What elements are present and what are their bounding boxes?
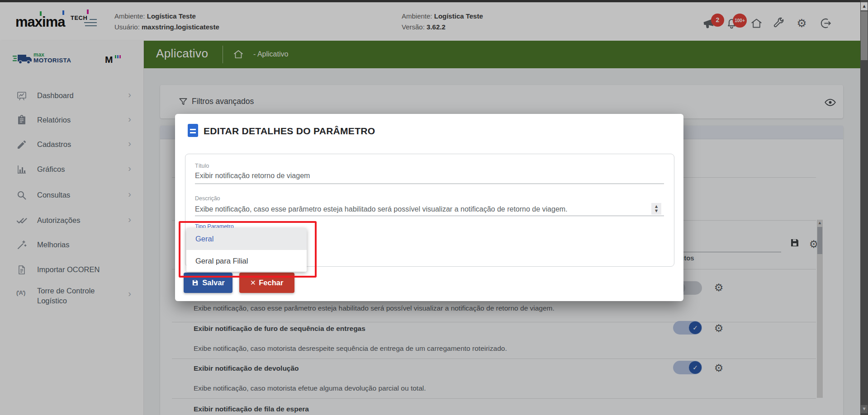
- edit-parameter-modal: EDITAR DETALHES DO PARÂMETRO Título Exib…: [175, 114, 683, 301]
- spinner-down-icon[interactable]: ▼: [651, 209, 661, 213]
- descricao-field-underline: [195, 216, 664, 216]
- close-x-icon: ×: [251, 278, 256, 288]
- descricao-field-value[interactable]: Exibe notificação, caso esse parâmetro e…: [195, 205, 568, 213]
- dropdown-option-geral-para-filial[interactable]: Geral para Filial: [186, 250, 307, 272]
- titulo-label: Título: [195, 163, 209, 169]
- salvar-button[interactable]: Salvar: [184, 273, 232, 293]
- titulo-field-underline: [195, 184, 664, 184]
- scrollbar-thumb[interactable]: [861, 11, 868, 60]
- descricao-spinner[interactable]: ▲ ▼: [651, 203, 661, 215]
- modal-document-icon: [188, 124, 198, 137]
- app-screen: maximaTECH Ambiente: Logística Teste Usu…: [0, 0, 868, 415]
- spinner-up-icon[interactable]: ▲: [651, 204, 661, 209]
- salvar-button-label: Salvar: [202, 278, 225, 287]
- fechar-button[interactable]: × Fechar: [239, 273, 294, 293]
- scroll-up-arrow[interactable]: ▲: [861, 2, 868, 10]
- modal-title: EDITAR DETALHES DO PARÂMETRO: [204, 126, 375, 137]
- page-scrollbar[interactable]: ▲ ▼: [860, 0, 868, 415]
- tipo-parametro-dropdown: Geral Geral para Filial: [186, 228, 307, 272]
- dropdown-option-geral[interactable]: Geral: [186, 228, 307, 250]
- scroll-down-arrow[interactable]: ▼: [861, 405, 868, 413]
- browser-top-strip: [0, 0, 868, 2]
- titulo-field-value[interactable]: Exibir notificação retorno de viagem: [195, 172, 310, 180]
- floppy-icon: [191, 279, 199, 287]
- descricao-label: Descrição: [195, 195, 220, 202]
- fechar-button-label: Fechar: [259, 278, 283, 287]
